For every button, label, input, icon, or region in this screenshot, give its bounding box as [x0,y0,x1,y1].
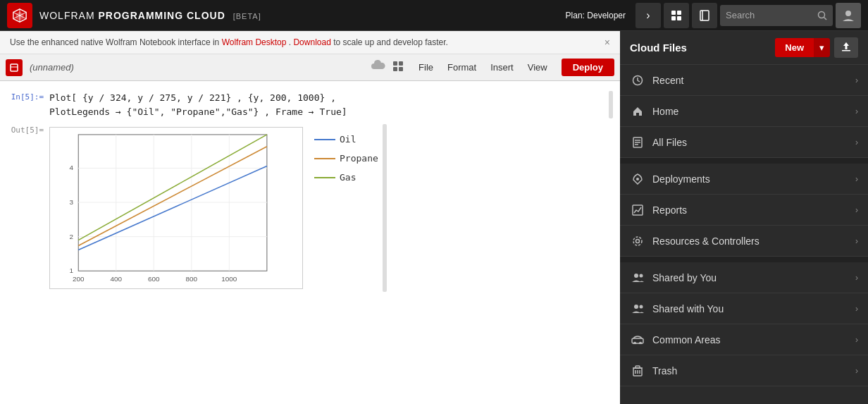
new-dropdown-button[interactable]: ▾ [814,38,830,57]
legend-gas-label: Gas [340,172,356,183]
upload-button[interactable] [834,37,858,58]
legend-propane-label: Propane [340,153,378,164]
sidebar-item-resources[interactable]: Resources & Controllers › [620,226,868,257]
deployments-arrow: › [855,174,858,184]
download-link[interactable]: Download [293,37,330,47]
svg-text:2: 2 [70,233,74,240]
svg-rect-16 [393,61,397,66]
svg-point-13 [845,11,851,16]
user-avatar[interactable] [836,3,861,28]
svg-text:600: 600 [148,275,160,283]
sidebar-item-recent[interactable]: Recent › [620,65,868,96]
sidebar-item-trash[interactable]: Trash › [620,355,868,386]
svg-point-51 [639,274,643,277]
run-icon[interactable] [392,60,404,75]
input-cell: In[5]:= Plot[ {y / 324, y / 275, y / 221… [0,88,620,121]
reports-arrow: › [855,205,858,215]
all-files-arrow: › [855,137,858,147]
svg-text:4: 4 [70,164,74,171]
deploy-button[interactable]: Deploy [562,59,614,76]
wolfram-logo [7,3,32,28]
sidebar-item-common-areas-label: Common Areas [652,334,855,345]
menu-file[interactable]: File [413,59,439,75]
nav-grid-button[interactable] [664,3,689,28]
sidebar-item-resources-label: Resources & Controllers [652,235,855,247]
sidebar-item-shared-with-you-label: Shared with You [652,303,855,314]
legend-propane-line [314,155,335,162]
recent-arrow: › [855,75,858,85]
svg-rect-17 [399,61,403,66]
sidebar-divider-1 [620,158,868,164]
svg-point-49 [633,237,642,245]
upload-icon [841,42,851,51]
nav-notebook-button[interactable] [692,3,717,28]
nav-chevron-button[interactable]: › [636,3,661,28]
cell-input-content[interactable]: Plot[ {y / 324, y / 275, y / 221} , {y, … [49,91,604,118]
sidebar-item-reports-label: Reports [652,204,855,216]
plot-container: 1 2 3 4 200 400 600 800 1000 [49,127,378,289]
svg-rect-19 [399,67,403,71]
svg-rect-8 [677,16,681,20]
trash-arrow: › [855,366,858,376]
sidebar-item-common-areas[interactable]: Common Areas › [620,324,868,355]
wolfram-desktop-link[interactable]: Wolfram Desktop [222,37,287,47]
sidebar-item-all-files[interactable]: All Files › [620,127,868,158]
shared-by-you-icon [630,270,645,286]
trash-icon [630,363,645,379]
sidebar-item-home-label: Home [652,106,855,117]
shared-with-you-arrow: › [855,304,858,314]
cell-area: In[5]:= Plot[ {y / 324, y / 275, y / 221… [0,81,620,404]
svg-rect-59 [636,366,640,368]
new-button[interactable]: New [775,38,814,57]
svg-rect-9 [700,11,709,20]
legend-oil: Oil [314,134,378,145]
notebook-filename: (unnamed) [30,62,74,73]
svg-point-48 [636,239,640,243]
sidebar-item-deployments-label: Deployments [652,173,855,185]
cell-output-label: Out[5]= [7,124,49,135]
svg-text:1: 1 [70,267,74,274]
notebook-file-icon [6,59,23,76]
search-icon [817,11,827,20]
output-cell: Out[5]= [0,121,620,295]
sidebar-title: Cloud Files [630,42,775,54]
sidebar-item-shared-with-you[interactable]: Shared with You › [620,293,868,324]
banner-text: Use the enhanced native Wolfram Notebook… [10,37,448,47]
legend-propane: Propane [314,153,378,164]
editor-area: Use the enhanced native Wolfram Notebook… [0,31,620,404]
svg-point-53 [639,305,643,308]
notebook-toolbar: (unnamed) File Format Insert View Deploy [0,54,620,81]
banner-close-button[interactable]: × [604,37,610,48]
plot-svg: 1 2 3 4 200 400 600 800 1000 [49,127,303,289]
notification-banner: Use the enhanced native Wolfram Notebook… [0,31,620,54]
reports-icon [630,202,645,218]
menu-insert[interactable]: Insert [485,59,519,75]
svg-line-12 [824,17,827,20]
sidebar-item-home[interactable]: Home › [620,96,868,127]
search-box[interactable] [720,5,833,26]
svg-point-56 [640,342,642,344]
sidebar-item-deployments[interactable]: Deployments › [620,164,868,195]
svg-text:1000: 1000 [221,275,237,283]
svg-rect-7 [671,16,676,20]
plot-legend: Oil Propane Gas [314,134,378,183]
svg-text:3: 3 [70,198,74,206]
svg-point-50 [634,274,638,278]
sidebar-item-all-files-label: All Files [652,137,855,148]
menu-view[interactable]: View [522,59,553,75]
common-areas-icon [630,332,645,348]
menu-format[interactable]: Format [442,59,482,75]
svg-point-11 [819,11,825,18]
legend-oil-line [314,136,335,143]
svg-rect-5 [671,11,676,15]
sidebar-item-shared-by-you-label: Shared by You [652,272,855,283]
resources-arrow: › [855,236,858,246]
sidebar-item-shared-by-you[interactable]: Shared by You › [620,262,868,293]
svg-point-55 [634,342,636,344]
sidebar-divider-2 [620,257,868,262]
cell-line-2: PlotLegends → {"Oil", "Propane","Gas"} ,… [49,105,604,119]
cloud-icon [371,60,386,75]
search-input[interactable] [726,10,817,20]
sidebar-item-trash-label: Trash [652,365,855,377]
sidebar-item-reports[interactable]: Reports › [620,195,868,226]
